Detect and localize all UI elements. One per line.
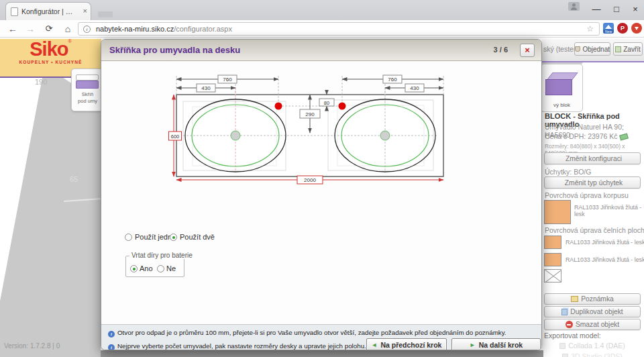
user-label: ský (tester) (543, 45, 578, 53)
radio-use-two[interactable] (170, 234, 177, 241)
body-color-name: RAL1033 Jiřinková žlutá - lesk (574, 204, 644, 217)
bookmark-star-icon[interactable]: ☆ (586, 24, 594, 34)
modal-footer: iOtvor pro odpad je o průměru 100 mm, př… (101, 324, 542, 350)
siko-logo[interactable]: Siko® (0, 39, 101, 59)
dim-760-right: 760 (388, 76, 397, 83)
configurator-modal: Skříňka pro umyvadla na desku 3 / 6 × (101, 39, 542, 350)
dim-430-right: 430 (410, 85, 419, 91)
right-faucet-hole[interactable] (339, 103, 346, 110)
screenshot-extension-icon[interactable]: New (603, 23, 614, 34)
back-icon[interactable]: ← (5, 21, 20, 36)
radio-yes[interactable] (130, 265, 138, 272)
page-bottom-strip (101, 350, 543, 357)
order-button[interactable]: Objednat (574, 42, 610, 56)
new-tab-button[interactable] (98, 11, 113, 17)
dim-80: 80 (324, 100, 329, 106)
close-app-button[interactable]: Zavřít (613, 42, 643, 56)
forward-icon[interactable]: → (23, 21, 38, 36)
note-icon (571, 296, 578, 302)
version-label: Version: 1.7.2.8 | 0 (4, 342, 60, 350)
page-favicon-icon (11, 7, 18, 16)
site-info-icon[interactable]: i (83, 26, 91, 33)
duplicate-object-button[interactable]: Duplikovat objekt (544, 306, 641, 317)
radio-no-label[interactable]: Ne (166, 264, 176, 272)
copy-icon (561, 309, 568, 315)
next-step-button[interactable]: ► Na další krok (451, 338, 541, 350)
info-icon: i (108, 331, 115, 338)
empty-color-swatch[interactable] (544, 269, 561, 283)
thumbnail-block-card[interactable]: vý blok (541, 64, 583, 112)
3ds-icon (562, 354, 568, 357)
change-handles-button[interactable]: Změnit typ úchytek (544, 176, 641, 189)
radio-use-two-label[interactable]: Použít dvě (180, 233, 215, 241)
next-arrow-icon: ► (470, 342, 476, 348)
faucet-holes-legend: Vrtat díry pro baterie (129, 252, 195, 259)
right-drain (380, 131, 390, 140)
export-collada-button[interactable]: Collada 1.4 (DAE) (544, 341, 641, 350)
change-configuration-button[interactable]: Změnit konfiguraci (544, 152, 641, 164)
dim-600: 600 (171, 134, 180, 140)
collada-icon (559, 343, 566, 349)
dim-760-left: 760 (223, 76, 232, 83)
left-drain (231, 131, 240, 140)
reload-icon[interactable]: ⟳ (42, 21, 56, 36)
block-icon (545, 79, 572, 95)
scene-wall (0, 78, 101, 357)
window-minimize-button[interactable]: — (589, 0, 604, 19)
radio-no[interactable] (157, 265, 164, 272)
front-color-name-2: RAL1033 Jiřinková žlutá - lesk (566, 256, 644, 263)
browser-tab-bar: Konfigurátor | Nábytek n × — □ × (0, 0, 644, 20)
thumbnail-label-line2: pod umy (72, 98, 103, 104)
dim-290: 290 (305, 111, 315, 117)
dim-430-left: 430 (201, 85, 211, 91)
body-color-swatch[interactable] (544, 200, 571, 224)
app-toolbar: ský (tester) Objednat Zavřít (542, 39, 644, 61)
toolbar-divider (542, 61, 644, 62)
info-icon: i (108, 344, 115, 350)
export-label: Exportovat model: (544, 332, 643, 340)
note-button[interactable]: Poznámka (544, 293, 641, 305)
surface-front-label: Povrchová úprava čelních ploch (545, 226, 644, 234)
pocket-extension-icon[interactable] (631, 23, 642, 34)
previous-step-button[interactable]: ◄ Na předchozí krok (366, 338, 447, 350)
url-path: /configurator.aspx (174, 25, 232, 33)
cabinet-icon (76, 81, 99, 89)
profile-icon[interactable] (568, 2, 580, 11)
thumbnail-cabinet-card[interactable]: Skříň pod umy (71, 68, 104, 111)
info-line-2: iNejprve vyberte počet umyvadel, pak nas… (108, 342, 366, 350)
url-host: nabytek-na-miru.siko.cz (96, 25, 174, 33)
url-bar[interactable]: i nabytek-na-miru.siko.cz/configurator.a… (78, 22, 600, 36)
technical-drawing: 760 430 760 430 80 290 2000 600 (168, 72, 457, 193)
pinterest-extension-icon[interactable]: P (617, 23, 628, 34)
sink-icon (76, 74, 99, 81)
delete-object-button[interactable]: Smazat objekt (544, 319, 641, 330)
extension-new-badge: New (603, 30, 614, 34)
export-3ds-button[interactable]: 3D Studio (3DS) (544, 352, 641, 357)
info-line-1: iOtvor pro odpad je o průměru 100 mm, př… (108, 329, 506, 338)
exit-icon (615, 46, 621, 52)
browser-tab[interactable]: Konfigurátor | Nábytek n × (5, 2, 91, 20)
thumbnail-label-line1: Skříň (72, 91, 103, 97)
modal-titlebar: Skříňka pro umyvadla na desku 3 / 6 × (101, 40, 542, 61)
radio-use-one[interactable] (125, 234, 132, 241)
front-color-swatch-2[interactable] (544, 253, 561, 266)
dim-2000: 2000 (304, 177, 316, 183)
modal-close-button[interactable]: × (520, 44, 535, 57)
block-thumbnail-label: vý blok (541, 102, 582, 108)
front-color-swatch-1[interactable] (544, 236, 561, 249)
modal-title: Skříňka pro umyvadla na desku (109, 45, 240, 55)
left-faucet-hole[interactable] (275, 103, 282, 110)
delete-icon (566, 321, 573, 328)
application-window: Konfigurátor | Nábytek n × — □ × ← → ⟳ ⌂… (0, 0, 644, 357)
scene-dimension-65: 65 (70, 175, 78, 183)
window-maximize-button[interactable]: □ (609, 0, 624, 19)
tab-close-icon[interactable]: × (83, 7, 87, 15)
sidebar-handles: Úchytky: BO/G (545, 168, 643, 176)
radio-yes-label[interactable]: Ano (140, 264, 153, 272)
surface-body-label: Povrchová úprava korpusu (545, 191, 644, 199)
home-icon[interactable]: ⌂ (60, 21, 75, 36)
window-close-button[interactable]: × (628, 0, 643, 19)
url-text: nabytek-na-miru.siko.cz/configurator.asp… (96, 25, 232, 33)
siko-logo-subtitle: KOUPELNY • KUCHYNĚ (0, 60, 101, 64)
prev-arrow-icon: ◄ (372, 342, 378, 348)
